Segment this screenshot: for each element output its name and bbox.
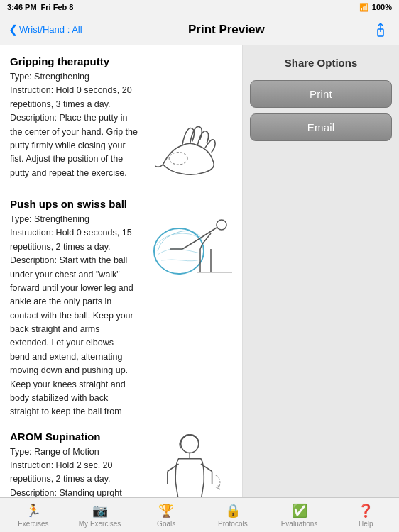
tab-exercises[interactable]: 🏃 Exercises	[0, 500, 67, 531]
tab-help[interactable]: ❓ Help	[332, 500, 399, 531]
wifi-icon: 📶	[359, 3, 369, 12]
exercise-instruction-arom: Instruction: Hold 2 sec. 20 repetitions,…	[10, 459, 134, 487]
page-title: Print Preview	[188, 23, 265, 37]
exercise-description-arom: Description: Standing uprght with elbows…	[10, 487, 134, 497]
exercise-instruction-pushups: Instruction: Hold 0 seconds, 15 repetiti…	[10, 226, 134, 254]
exercise-image-arom	[140, 431, 232, 497]
share-options-header: Share Options	[250, 52, 392, 73]
tab-exercises-label: Exercises	[18, 520, 48, 528]
exercise-title-arom: AROM Supination	[10, 431, 134, 443]
exercise-arom: AROM Supination Type: Range of Motion In…	[10, 431, 232, 497]
back-button[interactable]: ❮ Wrist/Hand : All	[9, 23, 82, 36]
my-exercises-icon: 📷	[92, 503, 108, 519]
tab-protocols[interactable]: 🔒 Protocols	[200, 500, 266, 531]
tab-goals[interactable]: 🏆 Goals	[133, 500, 200, 531]
tab-my-exercises-label: My Exercises	[79, 520, 121, 528]
pushups-illustration	[140, 198, 232, 276]
share-icon	[373, 22, 388, 38]
back-label: Wrist/Hand : All	[19, 24, 82, 35]
help-icon: ❓	[358, 503, 373, 519]
nav-bar: ❮ Wrist/Hand : All Print Preview	[0, 14, 399, 45]
battery-label: 100%	[372, 3, 392, 11]
chevron-left-icon: ❮	[9, 23, 18, 36]
print-button[interactable]: Print	[250, 80, 392, 108]
exercise-type-pushups: Type: Strengthening	[10, 213, 134, 226]
status-date: Fri Feb 8	[41, 3, 74, 11]
status-bar-right: 📶 100%	[359, 3, 392, 12]
goals-icon: 🏆	[158, 503, 174, 519]
exercise-instruction-gripping: Instruction: Hold 0 seconds, 20 repetiti…	[10, 84, 140, 111]
svg-point-3	[217, 220, 226, 230]
svg-point-1	[169, 153, 187, 165]
tab-evaluations-label: Evaluations	[281, 520, 318, 528]
divider-1	[10, 192, 232, 192]
svg-line-16	[201, 464, 212, 471]
exercise-list: Gripping theraputty Type: Strengthening …	[0, 45, 243, 497]
evaluations-icon: ✅	[292, 503, 307, 519]
tab-protocols-label: Protocols	[218, 520, 248, 528]
status-bar: 3:46 PM Fri Feb 8 📶 100%	[0, 0, 399, 14]
tab-my-exercises[interactable]: 📷 My Exercises	[67, 500, 133, 531]
exercises-icon: 🏃	[26, 503, 41, 519]
exercise-image-pushups	[140, 198, 232, 419]
exercise-title-pushups: Push ups on swiss ball	[10, 198, 134, 210]
exercise-type-gripping: Type: Strengthening	[10, 70, 140, 84]
share-button[interactable]	[371, 20, 390, 40]
status-time: 3:46 PM	[7, 3, 37, 11]
exercise-image-gripping	[140, 55, 232, 180]
exercise-gripping: Gripping theraputty Type: Strengthening …	[10, 55, 232, 180]
exercise-description-gripping: Description: Place the putty in the cent…	[10, 111, 140, 180]
protocols-icon: 🔒	[225, 503, 241, 519]
svg-line-5	[202, 233, 211, 244]
email-button[interactable]: Email	[250, 113, 392, 141]
exercise-pushups: Push ups on swiss ball Type: Strengtheni…	[10, 198, 232, 419]
tab-help-label: Help	[359, 520, 373, 528]
svg-point-2	[154, 228, 204, 274]
status-bar-left: 3:46 PM Fri Feb 8	[7, 3, 73, 11]
svg-line-7	[182, 240, 197, 249]
exercise-type-arom: Type: Range of Motion	[10, 445, 134, 459]
share-options-panel: Share Options Print Email	[243, 45, 399, 497]
tab-evaluations[interactable]: ✅ Evaluations	[266, 500, 333, 531]
tab-goals-label: Goals	[157, 520, 175, 528]
exercise-description-pushups: Description: Start with the ball under y…	[10, 254, 134, 419]
exercise-title-gripping: Gripping theraputty	[10, 55, 140, 67]
content-area: Gripping theraputty Type: Strengthening …	[0, 45, 399, 497]
gripping-illustration	[140, 118, 232, 180]
arom-illustration	[140, 431, 232, 497]
tab-bar: 🏃 Exercises 📷 My Exercises 🏆 Goals 🔒 Pro…	[0, 497, 399, 532]
svg-line-14	[168, 464, 179, 471]
svg-line-6	[200, 244, 202, 249]
